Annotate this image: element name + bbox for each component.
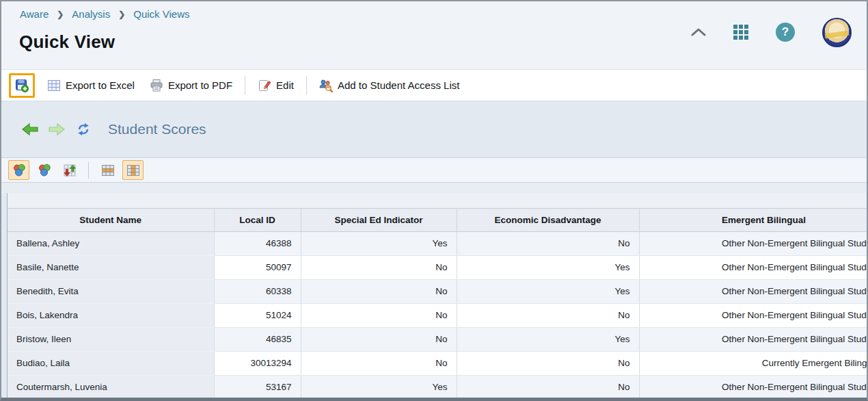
export-excel-button[interactable]: Export to Excel [44,76,137,95]
cell-local-id: 30013294 [214,351,301,375]
column-header-local-id[interactable]: Local ID [214,209,301,231]
cell-special-ed-indicator: No [301,327,457,351]
cell-student-name: Bristow, Ileen [8,327,214,351]
breadcrumb-separator-icon: ❯ [57,10,64,19]
cell-emergent-bilingual: Other Non-Emergent Bilingual Student [639,231,867,255]
cell-special-ed-indicator: No [301,255,457,279]
cell-student-name: Ballena, Ashley [8,231,214,255]
cell-economic-disadvantage: No [457,375,639,398]
edit-label: Edit [276,79,294,91]
table-row[interactable]: Budiao, Laila30013294NoNoCurrently Emerg… [8,351,867,375]
cell-emergent-bilingual: Other Non-Emergent Bilingual Student [639,279,867,303]
view-title: Student Scores [108,121,206,138]
save-disk-icon [15,79,29,92]
content-panel: Student Scores [1,101,867,398]
cell-local-id: 46388 [214,231,301,255]
table-column-highlight-icon [126,164,140,177]
table-header-row: Student Name Local ID Special Ed Indicat… [8,209,867,231]
back-arrow-icon[interactable] [21,122,39,136]
cell-special-ed-indicator: Yes [301,231,457,255]
group-view-button-active[interactable] [8,160,29,180]
avatar[interactable] [822,18,852,47]
app-header: Aware ❯ Analysis ❯ Quick Views Quick Vie… [1,1,867,69]
column-header-student-name[interactable]: Student Name [8,209,214,231]
view-header-bar: Student Scores [1,101,867,157]
forward-arrow-icon[interactable] [48,122,66,136]
cell-economic-disadvantage: No [457,303,639,327]
cell-emergent-bilingual: Other Non-Emergent Bilingual Student [639,375,867,398]
cell-emergent-bilingual: Currently Emergent Bilingual [639,351,867,375]
cell-economic-disadvantage: Yes [457,327,639,351]
cell-student-name: Basile, Nanette [8,255,214,279]
app-grid-icon[interactable] [733,25,748,40]
cell-student-name: Benedith, Evita [8,279,214,303]
excel-grid-icon [47,79,61,92]
sort-grid-icon [63,164,77,177]
results-table-container: Student Name Local ID Special Ed Indicat… [7,193,867,398]
cell-local-id: 51024 [214,303,301,327]
table-row-highlight-icon [101,164,115,177]
toolbar-separator [306,76,307,95]
breadcrumb-aware[interactable]: Aware [20,8,49,20]
cell-special-ed-indicator: No [301,351,457,375]
header-icons: ? [691,16,852,48]
edit-button[interactable]: Edit [255,76,297,95]
cell-student-name: Coutermarsh, Luvenia [8,375,214,398]
cell-economic-disadvantage: Yes [457,255,639,279]
export-pdf-button[interactable]: Export to PDF [147,76,235,95]
export-excel-label: Export to Excel [66,79,135,91]
help-icon[interactable]: ? [776,23,795,42]
table-row[interactable]: Bristow, Ileen46835NoYesOther Non-Emerge… [8,327,867,351]
view-toolbar [1,157,867,183]
highlight-columns-button-active[interactable] [122,160,144,180]
edit-pencil-icon [258,79,271,92]
table-group-strip [8,193,867,209]
save-button[interactable] [9,73,35,98]
cell-local-id: 60338 [214,279,301,303]
spacer-strip [1,183,867,193]
cell-student-name: Bois, Lakendra [8,303,214,327]
highlight-rows-button[interactable] [97,160,118,180]
cell-emergent-bilingual: Other Non-Emergent Bilingual Student [639,303,867,327]
table-row[interactable]: Bois, Lakendra51024NoNoOther Non-Emergen… [8,303,867,327]
table-row[interactable]: Ballena, Ashley46388YesNoOther Non-Emerg… [8,231,867,255]
breadcrumb-analysis[interactable]: Analysis [72,8,110,20]
student-scores-table: Student Name Local ID Special Ed Indicat… [8,209,867,398]
cell-special-ed-indicator: No [301,303,457,327]
cell-emergent-bilingual: Other Non-Emergent Bilingual Student [639,327,867,351]
table-body: Ballena, Ashley46388YesNoOther Non-Emerg… [8,231,867,398]
table-row[interactable]: Coutermarsh, Luvenia53167YesNoOther Non-… [8,375,867,398]
group-view-button[interactable] [33,160,55,180]
column-header-special-ed-indicator[interactable]: Special Ed Indicator [301,209,457,231]
cell-economic-disadvantage: No [457,351,639,375]
cell-local-id: 53167 [214,375,301,398]
table-row[interactable]: Benedith, Evita60338NoYesOther Non-Emerg… [8,279,867,303]
toolbar-separator [245,76,245,95]
cell-local-id: 50097 [214,255,301,279]
venn-circles-icon [38,164,51,177]
cell-student-name: Budiao, Laila [8,351,214,375]
table-row[interactable]: Basile, Nanette50097NoYesOther Non-Emerg… [8,255,867,279]
refresh-icon[interactable] [74,122,92,136]
page-title: Quick View [19,31,115,53]
sort-data-button[interactable] [59,160,80,180]
cell-economic-disadvantage: No [457,231,639,255]
student-access-people-icon [319,79,333,92]
cell-emergent-bilingual: Other Non-Emergent Bilingual Student [639,255,867,279]
cell-special-ed-indicator: No [301,279,457,303]
venn-circles-icon [12,164,26,177]
printer-icon [150,79,163,92]
cell-special-ed-indicator: Yes [301,375,457,398]
breadcrumb-quick-views[interactable]: Quick Views [133,8,189,20]
cell-local-id: 46835 [214,327,301,351]
collapse-chevron-up-icon[interactable] [691,27,706,37]
column-header-emergent-bilingual[interactable]: Emergent Bilingual [639,209,867,231]
export-pdf-label: Export to PDF [168,79,232,91]
add-to-student-access-list-label: Add to Student Access List [338,79,459,91]
view-toolbar-separator [88,162,89,179]
action-toolbar: Export to Excel Export to PDF Edit Add [1,69,867,101]
breadcrumb-separator-icon: ❯ [118,10,125,19]
cell-economic-disadvantage: Yes [457,279,639,303]
add-to-student-access-list-button[interactable]: Add to Student Access List [316,76,462,95]
column-header-economic-disadvantage[interactable]: Economic Disadvantage [457,209,639,231]
